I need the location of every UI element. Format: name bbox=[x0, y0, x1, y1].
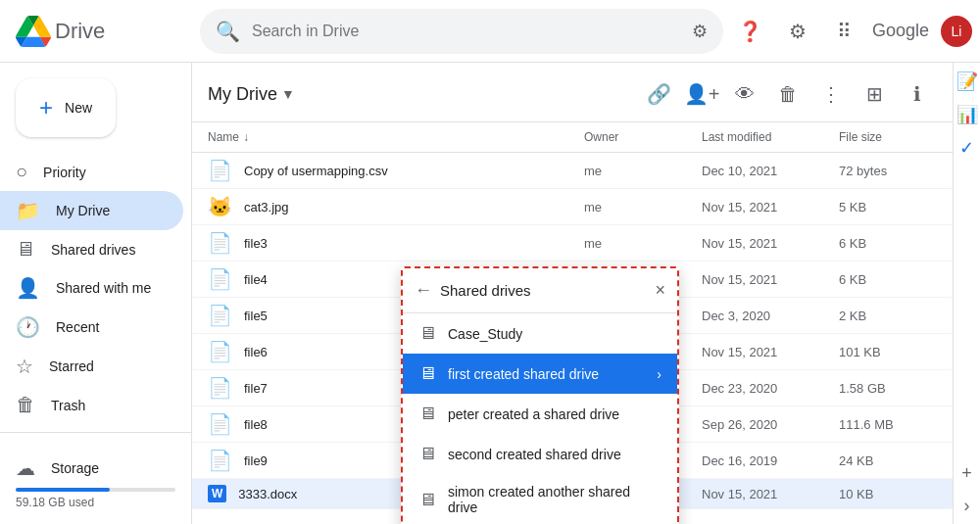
file-size: 111.6 MB bbox=[839, 417, 937, 432]
sidebar-item-shared-with-me[interactable]: 👤 Shared with me bbox=[0, 268, 183, 308]
file-modified: Dec 23, 2020 bbox=[702, 381, 839, 396]
starred-icon: ☆ bbox=[16, 355, 33, 378]
chevron-down-icon[interactable]: ▼ bbox=[281, 86, 295, 102]
tasks-icon[interactable]: ✓ bbox=[959, 137, 974, 159]
modal-back-button[interactable]: ← bbox=[415, 280, 432, 301]
sidebar-item-label: Shared with me bbox=[56, 280, 151, 296]
my-drive-title: My Drive ▼ bbox=[208, 84, 295, 105]
modal-item[interactable]: 🖥 simon created another shared drive bbox=[403, 474, 677, 524]
shared-drive-icon: 🖥 bbox=[418, 444, 436, 464]
storage-icon: ☁ bbox=[16, 456, 35, 480]
file-icon: 📄 bbox=[208, 449, 232, 472]
more-button[interactable]: ⋮ bbox=[811, 74, 851, 114]
logo-text: Drive bbox=[55, 19, 105, 44]
modal-item-selected[interactable]: 🖥 first created shared drive › bbox=[403, 354, 677, 394]
file-modified: Sep 26, 2020 bbox=[702, 417, 839, 432]
link-button[interactable]: 🔗 bbox=[639, 74, 678, 114]
file-modified: Dec 3, 2020 bbox=[702, 309, 839, 323]
main-layout: + New ○ Priority 📁 My Drive 🖥 Shared dri… bbox=[0, 63, 980, 524]
new-button-label: New bbox=[65, 100, 92, 116]
apps-button[interactable]: ⠿ bbox=[825, 12, 864, 51]
sidebar-item-recent[interactable]: 🕐 Recent bbox=[0, 308, 183, 347]
avatar[interactable]: Li bbox=[941, 16, 972, 47]
file-icon: 📄 bbox=[208, 376, 232, 400]
add-icon[interactable]: + bbox=[961, 463, 972, 484]
modal-title: Shared drives bbox=[440, 282, 647, 299]
sidebar-item-shared-drives[interactable]: 🖥 Shared drives bbox=[0, 230, 183, 268]
table-row[interactable]: 📄 Copy of usermapping.csv me Dec 10, 202… bbox=[192, 153, 953, 189]
add-person-button[interactable]: 👤+ bbox=[682, 74, 721, 114]
grid-view-button[interactable]: ⊞ bbox=[855, 74, 894, 114]
help-button[interactable]: ❓ bbox=[731, 12, 770, 51]
sheets-icon[interactable]: 📊 bbox=[956, 104, 978, 125]
file-name: Copy of usermapping.csv bbox=[244, 164, 388, 178]
storage-section: ☁ Storage 59.18 GB used bbox=[0, 441, 191, 517]
modal-header: ← Shared drives × bbox=[403, 268, 677, 313]
modal-item[interactable]: 🖥 Case_Study bbox=[403, 313, 677, 354]
file-name-cell: 📄 Copy of usermapping.csv bbox=[208, 159, 584, 182]
topbar: Drive 🔍 ⚙ ❓ ⚙ ⠿ Google Li bbox=[0, 0, 980, 63]
shared-drive-icon: 🖥 bbox=[418, 490, 436, 510]
sidebar-item-my-drive[interactable]: 📁 My Drive bbox=[0, 191, 183, 230]
shared-drives-modal: ← Shared drives × 🖥 Case_Study 🖥 first c… bbox=[401, 266, 679, 524]
sidebar-item-label: Shared drives bbox=[51, 242, 135, 258]
modal-item-label: simon created another shared drive bbox=[448, 484, 662, 515]
modal-item[interactable]: 🖥 peter created a shared drive bbox=[403, 394, 677, 434]
file-icon: 🐱 bbox=[208, 195, 232, 218]
file-owner: me bbox=[584, 200, 702, 214]
preview-button[interactable]: 👁 bbox=[725, 74, 764, 114]
file-name-cell: 🐱 cat3.jpg bbox=[208, 195, 584, 218]
chevron-right-icon: › bbox=[657, 366, 662, 382]
plus-icon: + bbox=[39, 94, 53, 121]
file-icon: 📄 bbox=[208, 231, 232, 255]
settings-button[interactable]: ⚙ bbox=[778, 12, 817, 51]
recent-icon: 🕐 bbox=[16, 315, 40, 339]
shared-drive-icon: 🖥 bbox=[418, 404, 436, 424]
file-size: 1.58 GB bbox=[839, 381, 937, 396]
search-bar[interactable]: 🔍 ⚙ bbox=[200, 9, 723, 54]
file-size: 24 KB bbox=[839, 453, 937, 468]
filter-icon[interactable]: ⚙ bbox=[692, 21, 708, 42]
file-icon: 📄 bbox=[208, 340, 232, 363]
shared-with-me-icon: 👤 bbox=[16, 276, 40, 300]
expand-icon[interactable]: › bbox=[964, 496, 970, 516]
delete-button[interactable]: 🗑 bbox=[768, 74, 808, 114]
sidebar-item-label: Starred bbox=[49, 358, 94, 374]
storage-bar-fill bbox=[16, 488, 110, 492]
sidebar-item-label: Priority bbox=[43, 165, 86, 180]
file-owner: me bbox=[584, 164, 702, 178]
sidebar-item-starred[interactable]: ☆ Starred bbox=[0, 347, 183, 386]
file-size: 10 KB bbox=[839, 487, 937, 501]
content-header: My Drive ▼ 🔗 👤+ 👁 🗑 ⋮ ⊞ ℹ bbox=[192, 63, 953, 122]
shared-drives-icon: 🖥 bbox=[16, 238, 35, 261]
modal-item-label: second created shared drive bbox=[448, 447, 621, 462]
drive-logo-icon bbox=[16, 14, 51, 49]
table-row[interactable]: 🐱 cat3.jpg me Nov 15, 2021 5 KB bbox=[192, 189, 953, 225]
file-name: cat3.jpg bbox=[244, 200, 289, 214]
page-title: My Drive bbox=[208, 84, 277, 105]
file-name: file9 bbox=[244, 453, 268, 468]
docs-icon[interactable]: 📝 bbox=[956, 71, 978, 92]
file-modified: Dec 16, 2019 bbox=[702, 453, 839, 468]
modal-item-label: peter created a shared drive bbox=[448, 406, 619, 422]
info-button[interactable]: ℹ bbox=[898, 74, 937, 114]
file-modified: Nov 15, 2021 bbox=[702, 272, 839, 287]
file-modified: Nov 15, 2021 bbox=[702, 236, 839, 251]
file-modified: Dec 10, 2021 bbox=[702, 164, 839, 178]
file-icon: W bbox=[208, 485, 226, 502]
new-button[interactable]: + New bbox=[16, 78, 116, 137]
file-icon: 📄 bbox=[208, 159, 232, 182]
modal-item[interactable]: 🖥 second created shared drive bbox=[403, 434, 677, 474]
sidebar-item-storage[interactable]: ☁ Storage bbox=[16, 449, 168, 488]
search-input[interactable] bbox=[252, 23, 680, 40]
storage-bar bbox=[16, 488, 175, 492]
sort-arrow-icon: ↓ bbox=[243, 130, 249, 144]
file-icon: 📄 bbox=[208, 412, 232, 436]
sidebar-item-trash[interactable]: 🗑 Trash bbox=[0, 386, 183, 424]
sidebar-item-priority[interactable]: ○ Priority bbox=[0, 153, 183, 191]
table-row[interactable]: 📄 file3 me Nov 15, 2021 6 KB bbox=[192, 225, 953, 262]
file-size: 5 KB bbox=[839, 200, 937, 214]
file-name: file4 bbox=[244, 272, 268, 287]
file-name-cell: 📄 file3 bbox=[208, 231, 584, 255]
modal-close-button[interactable]: × bbox=[655, 280, 665, 301]
